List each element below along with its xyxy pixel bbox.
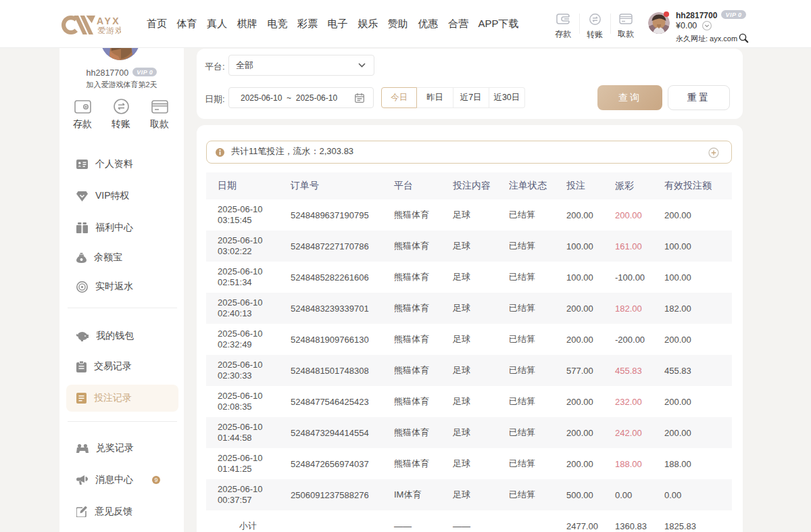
svg-text:爱游戏: 爱游戏 [97,26,121,34]
svg-text:AYX: AYX [97,16,120,26]
